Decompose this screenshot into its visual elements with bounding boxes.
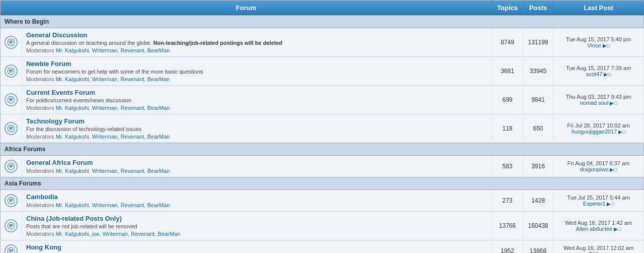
section-title: Where to Begin: [1, 16, 644, 28]
forum-description: For the discussion of technology-related…: [26, 126, 488, 132]
moderators-list: Moderators Mr. Kalgukshi, Writerman, Rev…: [26, 47, 488, 53]
forum-row: Cambodia Moderators Mr. Kalgukshi, Write…: [1, 190, 644, 212]
forum-icon-cell: [1, 86, 22, 114]
forum-status-icon: [5, 160, 18, 173]
moderator-link[interactable]: BearMan: [147, 47, 170, 53]
moderator-link[interactable]: Mr. Kalgukshi: [56, 47, 89, 53]
forum-status-icon: [5, 65, 18, 78]
topics-count: 273: [492, 190, 523, 212]
moderator-link[interactable]: Revenant: [121, 47, 144, 53]
last-post-user-link[interactable]: dragonpiwo: [580, 166, 609, 172]
last-post-cell: Wed Aug 16, 2017 1:42 am Alien abductee …: [553, 212, 644, 240]
forum-title-link[interactable]: Newbie Forum: [26, 60, 71, 68]
moderator-link[interactable]: Revenant: [121, 134, 144, 140]
moderator-link[interactable]: BearMan: [147, 134, 170, 140]
forum-title-link[interactable]: General Discussion: [26, 31, 87, 39]
speech-bubble-icon: [7, 197, 15, 205]
forum-title-link[interactable]: Current Events Forum: [26, 89, 95, 96]
moderator-link[interactable]: BearMan: [147, 168, 170, 174]
forum-description: A general discussion on teaching around …: [26, 40, 488, 46]
moderator-link[interactable]: BearMan: [147, 202, 170, 208]
forum-icon-cell: [1, 156, 22, 177]
moderators-list: Moderators Mr. Kalgukshi, joe, Writerman…: [26, 231, 488, 237]
forum-row: China (Job-related Posts Only) Posts tha…: [1, 212, 644, 240]
moderator-link[interactable]: Revenant: [121, 202, 144, 208]
moderator-link[interactable]: Revenant: [121, 168, 144, 174]
last-post-cell: Tue Aug 15, 2017 5:40 pm Vince ▶□: [553, 28, 644, 57]
moderator-link[interactable]: Mr. Kalgukshi: [56, 105, 89, 111]
forum-title-link[interactable]: Cambodia: [26, 193, 58, 201]
view-last-post-icon: ▶□: [610, 167, 617, 172]
view-last-post-icon: ▶□: [604, 72, 611, 77]
forum-status-icon: [5, 244, 18, 253]
posts-count: 1428: [523, 190, 553, 212]
moderator-link[interactable]: BearMan: [158, 231, 181, 237]
forum-status-icon: [5, 36, 18, 49]
last-post-cell: Tue Jul 25, 2017 5:44 am Esperer1 ▶□: [553, 190, 644, 212]
topics-count: 118: [492, 114, 523, 143]
moderator-link[interactable]: Writerman: [92, 202, 118, 208]
forum-title-link[interactable]: General Africa Forum: [26, 159, 93, 166]
forum-title-link[interactable]: Technology Forum: [26, 117, 85, 125]
moderator-link[interactable]: BearMan: [147, 105, 170, 111]
posts-count: 3916: [523, 156, 553, 177]
forum-info-cell: Technology Forum For the discussion of t…: [22, 114, 492, 143]
forum-icon-cell: [1, 114, 22, 143]
last-post-cell: Fri Aug 04, 2017 6:37 am dragonpiwo ▶□: [553, 156, 644, 177]
moderator-link[interactable]: Mr. Kalgukshi: [56, 168, 89, 174]
moderators-list: Moderators Mr. Kalgukshi, Writerman, Rev…: [26, 105, 488, 111]
last-post-user-link[interactable]: Esperer1: [583, 201, 606, 207]
forum-row: Hong Kong Moderators Mr. Kalgukshi, Writ…: [1, 240, 644, 254]
moderator-link[interactable]: Mr. Kalgukshi: [56, 231, 89, 237]
moderator-link[interactable]: Revenant: [131, 231, 154, 237]
forum-info-cell: Current Events Forum For politics/curren…: [22, 86, 492, 114]
posts-count: 160438: [523, 212, 553, 240]
speech-bubble-icon: [7, 222, 15, 230]
speech-bubble-icon: [7, 67, 15, 75]
forum-info-cell: General Africa Forum Moderators Mr. Kalg…: [22, 156, 492, 177]
forum-info-cell: Newbie Forum Forum for newcomers to get …: [22, 57, 492, 86]
moderator-link[interactable]: Writerman: [92, 105, 118, 111]
topics-count: 699: [492, 86, 523, 114]
last-post-time: Tue Aug 15, 2017 7:39 am: [557, 65, 639, 71]
forum-icon-cell: [1, 57, 22, 86]
forum-icon-cell: [1, 190, 22, 212]
last-post-user-link[interactable]: nomad soul: [580, 100, 609, 106]
last-post-time: Fri Jul 28, 2017 10:02 am: [557, 122, 639, 129]
section-title: Asia Forums: [1, 177, 644, 190]
moderator-link[interactable]: Revenant: [121, 105, 144, 111]
forum-status-icon: [5, 93, 18, 106]
moderator-link[interactable]: Writerman: [92, 47, 118, 53]
forum-title-link[interactable]: China (Job-related Posts Only): [26, 215, 122, 222]
moderator-link[interactable]: joe: [92, 231, 100, 237]
last-post-user-link[interactable]: huoguojiggae2017: [572, 129, 617, 135]
last-post-time: Wed Aug 16, 2017 1:42 am: [557, 220, 639, 226]
last-post-user-link[interactable]: Vince: [587, 42, 601, 48]
topics-count: 8749: [492, 28, 523, 57]
moderator-link[interactable]: Revenant: [121, 76, 144, 82]
section-header-1: Africa Forums: [1, 143, 644, 156]
forum-info-cell: Cambodia Moderators Mr. Kalgukshi, Write…: [22, 190, 492, 212]
section-title: Africa Forums: [1, 143, 644, 156]
moderator-link[interactable]: Writerman: [92, 168, 118, 174]
speech-bubble-icon: [7, 96, 15, 104]
forum-row: Newbie Forum Forum for newcomers to get …: [1, 57, 644, 86]
posts-count: 13868: [523, 240, 553, 254]
posts-count: 650: [523, 114, 553, 143]
forum-description: Posts that are not job-related will be r…: [26, 223, 488, 229]
forum-status-icon: [5, 219, 18, 232]
moderator-link[interactable]: Writerman: [92, 134, 118, 140]
moderator-link[interactable]: Writerman: [103, 231, 128, 237]
moderator-link[interactable]: Writerman: [92, 76, 118, 82]
speech-bubble-icon: [7, 247, 15, 253]
moderators-list: Moderators Mr. Kalgukshi, Writerman, Rev…: [26, 202, 488, 208]
last-post-user-link[interactable]: GHL: [589, 251, 600, 253]
moderator-link[interactable]: BearMan: [147, 76, 170, 82]
last-post-user-link[interactable]: scot47: [586, 71, 602, 77]
moderator-link[interactable]: Mr. Kalgukshi: [56, 76, 89, 82]
moderator-link[interactable]: Mr. Kalgukshi: [56, 202, 89, 208]
view-last-post-icon: ▶□: [618, 129, 625, 135]
last-post-user-link[interactable]: Alien abductee: [576, 226, 613, 232]
moderator-link[interactable]: Mr. Kalgukshi: [56, 134, 89, 140]
forum-title-link[interactable]: Hong Kong: [26, 243, 61, 251]
